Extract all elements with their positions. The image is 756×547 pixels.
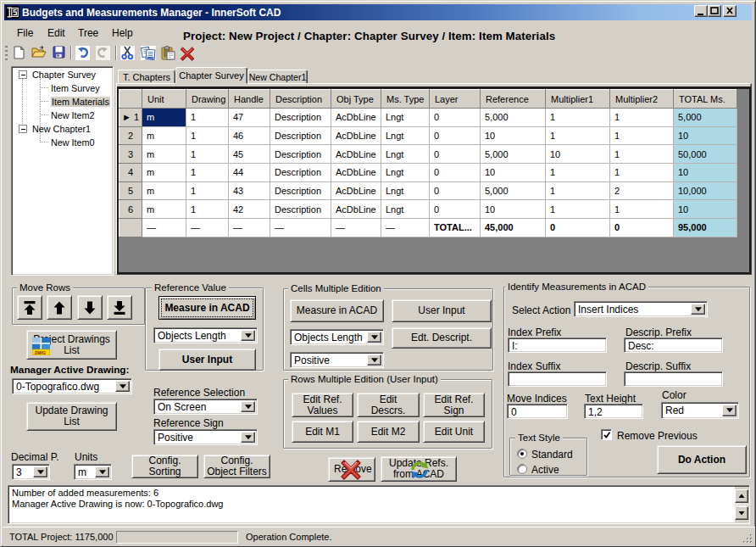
svg-text:DWG: DWG xyxy=(35,350,46,355)
